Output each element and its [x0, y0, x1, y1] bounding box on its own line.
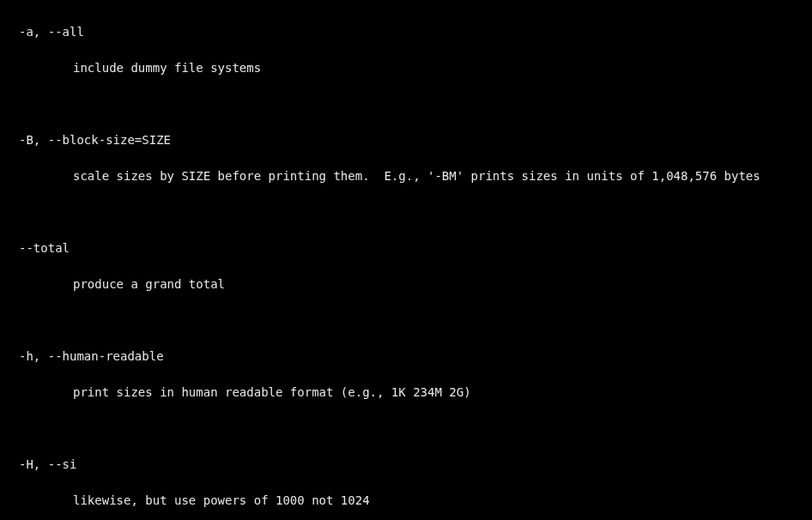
blank: [19, 203, 812, 221]
option-H-desc: likewise, but use powers of 1000 not 102…: [19, 492, 812, 510]
option-h-flag: -h, --human-readable: [19, 348, 812, 366]
blank: [19, 95, 812, 113]
option-total-desc: produce a grand total: [19, 275, 812, 293]
blank: [19, 420, 812, 438]
option-B-flag: -B, --block-size=SIZE: [19, 131, 812, 149]
option-B-desc: scale sizes by SIZE before printing them…: [19, 167, 812, 185]
option-a-desc: include dummy file systems: [19, 59, 812, 77]
man-page-content[interactable]: -a, --all include dummy file systems -B,…: [0, 0, 812, 520]
option-H-flag: -H, --si: [19, 456, 812, 474]
option-total-flag: --total: [19, 239, 812, 257]
blank: [19, 311, 812, 330]
option-h-desc: print sizes in human readable format (e.…: [19, 384, 812, 402]
option-a-flag: -a, --all: [19, 23, 812, 41]
